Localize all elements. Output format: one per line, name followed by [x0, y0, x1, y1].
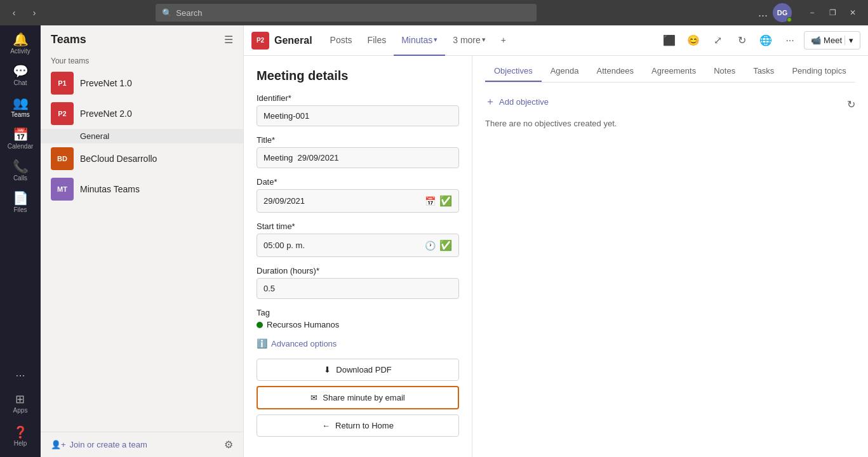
date-check-icon: ✅	[439, 195, 452, 207]
obj-tab-tasks[interactable]: Tasks	[744, 61, 783, 82]
main-layout: 🔔 Activity 💬 Chat 👥 Teams 📅 Calendar 📞 C…	[0, 25, 868, 457]
list-item[interactable]: BD BeCloud Desarrollo ···	[41, 143, 243, 174]
date-label: Date*	[257, 177, 459, 187]
advanced-options-toggle[interactable]: ℹ️ Advanced options	[257, 338, 459, 348]
search-icon: 🔍	[162, 8, 172, 18]
add-objective-button[interactable]: ＋ Add objective	[485, 93, 549, 111]
sidebar-item-help[interactable]: ❓ Help	[13, 421, 28, 452]
refresh-header-button[interactable]: ↻	[731, 30, 752, 51]
more-icon: ···	[15, 369, 25, 381]
tag-dot	[257, 322, 263, 328]
tab-more[interactable]: 3 more ▾	[445, 25, 493, 56]
email-icon: ✉	[310, 393, 317, 402]
expand-icon-button[interactable]: ⤢	[707, 30, 728, 51]
search-input[interactable]	[176, 8, 530, 18]
search-bar[interactable]: 🔍	[156, 4, 537, 22]
channel-header: P2 General Posts Files Minutas ▾ 3 more …	[244, 25, 868, 56]
video-icon-button[interactable]: ⬛	[659, 30, 679, 51]
more-header-button[interactable]: ···	[780, 30, 800, 51]
team-avatar-prevenet1: P1	[51, 72, 74, 95]
team-sub-channel[interactable]: General	[41, 129, 243, 143]
obj-tab-objectives[interactable]: Objectives	[485, 61, 542, 82]
list-item[interactable]: P1 PreveNet 1.0 ···	[41, 68, 243, 98]
sidebar-item-chat[interactable]: 💬 Chat	[0, 60, 41, 91]
nav-buttons: ‹ ›	[5, 4, 43, 22]
close-button[interactable]: ✕	[843, 4, 863, 22]
tab-posts[interactable]: Posts	[323, 25, 360, 56]
channel-header-right: ⬛ 😊 ⤢ ↻ 🌐 ··· 📹 Meet ▾	[659, 30, 860, 51]
obj-tab-attendees[interactable]: Attendees	[588, 61, 643, 82]
back-button[interactable]: ‹	[5, 4, 23, 22]
sidebar-item-calendar[interactable]: 📅 Calendar	[0, 123, 41, 155]
duration-group: Duration (hours)*	[257, 266, 459, 299]
teams-panel: Teams ☰ Your teams P1 PreveNet 1.0 ··· P…	[41, 25, 244, 457]
sidebar-item-activity[interactable]: 🔔 Activity	[0, 28, 41, 60]
calls-icon: 📞	[13, 160, 29, 173]
join-team-button[interactable]: 👤+ Join or create a team	[51, 440, 147, 449]
title-input[interactable]	[257, 147, 459, 168]
avatar[interactable]: DG	[773, 3, 792, 22]
settings-button[interactable]: ⚙	[224, 439, 233, 451]
download-icon: ⬇	[324, 365, 331, 374]
globe-icon-button[interactable]: 🌐	[756, 30, 776, 51]
objectives-panel: Objectives Agenda Attendees Agreements N…	[472, 56, 868, 457]
date-input[interactable]	[264, 196, 421, 206]
sidebar-item-files[interactable]: 📄 Files	[0, 187, 41, 218]
meeting-form: Meeting details Identifier* Title* Date*…	[244, 56, 472, 457]
download-pdf-button[interactable]: ⬇ Download PDF	[257, 359, 459, 381]
sidebar-item-calls[interactable]: 📞 Calls	[0, 155, 41, 187]
return-home-button[interactable]: ← Return to Home	[257, 414, 459, 437]
meet-dropdown-arrow[interactable]: ▾	[845, 36, 853, 45]
title-label: Title*	[257, 135, 459, 145]
time-check-icon: ✅	[439, 239, 452, 251]
team-name: Minutas Teams	[80, 184, 218, 194]
teams-panel-title: Teams	[51, 33, 86, 46]
forward-button[interactable]: ›	[25, 4, 43, 22]
clock-input-icon[interactable]: 🕐	[425, 241, 436, 251]
sidebar-item-more[interactable]: ···	[13, 364, 28, 386]
start-time-input[interactable]	[264, 241, 421, 250]
obj-tab-agreements[interactable]: Agreements	[643, 61, 705, 82]
tag-value: Recursos Humanos	[267, 320, 339, 329]
channel-name: General	[274, 35, 312, 46]
obj-tab-notes[interactable]: Notes	[705, 61, 744, 82]
more-options-button[interactable]: ...	[758, 6, 768, 20]
tab-minutas[interactable]: Minutas ▾	[394, 25, 445, 56]
emoji-icon-button[interactable]: 😊	[683, 30, 704, 51]
start-time-label: Start time*	[257, 222, 459, 231]
tab-files[interactable]: Files	[360, 25, 394, 56]
minimize-button[interactable]: −	[802, 4, 822, 22]
calendar-input-icon[interactable]: 📅	[425, 196, 436, 206]
sidebar-item-apps[interactable]: ⊞ Apps	[13, 388, 28, 419]
add-tab-button[interactable]: +	[493, 25, 514, 56]
activity-icon: 🔔	[13, 33, 29, 46]
top-bar-right: ... DG − ❐ ✕	[758, 3, 863, 22]
status-dot	[787, 17, 792, 22]
share-email-button[interactable]: ✉ Share minute by email	[257, 386, 459, 409]
obj-tab-pending[interactable]: Pending topics	[783, 61, 855, 82]
sidebar-item-teams[interactable]: 👥 Teams	[0, 91, 41, 123]
list-item[interactable]: MT Minutas Teams ···	[41, 174, 243, 204]
duration-input[interactable]	[257, 278, 459, 299]
team-info: Minutas Teams	[80, 184, 218, 194]
start-time-input-wrapper: 🕐 ✅	[257, 234, 459, 257]
filter-button[interactable]: ☰	[224, 34, 233, 46]
start-time-group: Start time* 🕐 ✅	[257, 222, 459, 257]
list-item[interactable]: P2 PreveNet 2.0 ···	[41, 98, 243, 129]
meet-button[interactable]: 📹 Meet ▾	[804, 31, 860, 50]
obj-tab-agenda[interactable]: Agenda	[542, 61, 588, 82]
files-icon: 📄	[13, 192, 29, 204]
team-name: PreveNet 2.0	[80, 109, 218, 119]
maximize-button[interactable]: ❐	[822, 4, 843, 22]
teams-panel-header: Teams ☰	[41, 25, 243, 54]
tag-label: Tag	[257, 308, 459, 317]
tag-row: Recursos Humanos	[257, 320, 459, 329]
tab-content: Meeting details Identifier* Title* Date*…	[244, 56, 868, 457]
team-info: BeCloud Desarrollo	[80, 154, 218, 164]
identifier-label: Identifier*	[257, 93, 459, 103]
channel-team-badge: P2	[251, 32, 269, 50]
objectives-tabs: Objectives Agenda Attendees Agreements N…	[485, 56, 855, 83]
identifier-input[interactable]	[257, 105, 459, 126]
window-controls: − ❐ ✕	[802, 4, 863, 22]
refresh-objectives-button[interactable]: ↻	[847, 98, 855, 110]
